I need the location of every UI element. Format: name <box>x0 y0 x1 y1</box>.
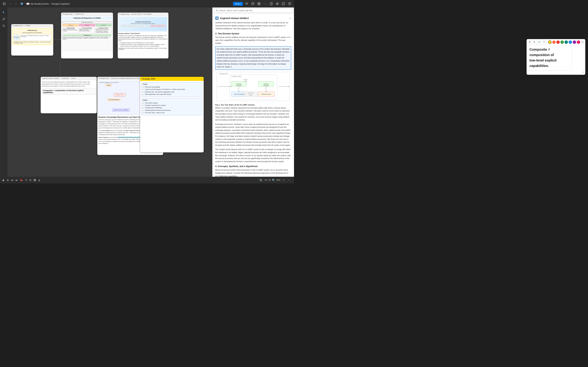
list-item-each-app: Each application has unique file design <box>145 93 201 95</box>
bottom-bar: ▶ ⏸ ⏮ ⏭ 🔖 ⏱ ⚙ 🖼 🖨 📷 15 / 79 🔍 45% ＋ － <box>0 177 294 184</box>
zoom-decrease-button[interactable]: － <box>287 178 291 182</box>
svg-rect-3 <box>252 3 254 5</box>
svg-line-20 <box>4 26 5 27</box>
forward-button[interactable]: › <box>14 1 18 6</box>
search-bar[interactable]: 🔍 <box>214 8 292 13</box>
zoom-control: 📷 15 / 79 🔍 45% ＋ － <box>259 178 291 182</box>
zoom-increase-button[interactable]: ＋ <box>282 178 286 182</box>
untitled-paradigm-card[interactable]: Paradigm-Map → Untitled Collective IQ: H… <box>11 24 53 56</box>
cards-container: Paradigm-Map → Untitled Collective IQ: H… <box>8 8 212 177</box>
book-icon: 📖 <box>26 2 30 5</box>
zoom-in-icon[interactable]: 🔍 <box>272 179 275 182</box>
human-tool-card[interactable]: Paradigm-Map → Human System / Tool Syste… <box>118 13 168 58</box>
note-para-1: synthetic extension of the natural struc… <box>215 21 291 30</box>
card-body-untitled: Collective IQ: How will people work coll… <box>11 27 53 46</box>
breadcrumb: 📖 My Reading Notes / Douglas Engelbart <box>26 2 70 5</box>
paradigm-shift-body: FROM File-level accessability Load & scr… <box>140 81 204 117</box>
svg-text:Matching: Matching <box>264 83 268 85</box>
note-icon: 📖 <box>215 17 219 20</box>
list-item-windows-tied: Windows tied - file and the application … <box>145 91 201 93</box>
card-more-icon[interactable]: ··· <box>201 78 202 80</box>
topbar-right-icons: ··· <box>244 1 292 6</box>
share-button[interactable]: Share <box>233 2 243 6</box>
card-body-composite: There are thus two separate domains of a… <box>41 80 97 96</box>
right-panel-topbar: 🔍 <box>213 8 294 14</box>
svg-rect-14 <box>282 2 285 5</box>
nav-buttons: ‹ › <box>2 1 24 6</box>
topbar: ‹ › 📖 My Reading Notes / Douglas Engelba… <box>0 0 294 8</box>
note-content[interactable]: 📖 Augment Human Intellect ▲ synthetic ex… <box>213 14 294 177</box>
list-item-one-user: One user class: "easy to use" <box>145 111 201 114</box>
svg-text:Matching: Matching <box>236 83 241 85</box>
photo-icon[interactable]: 🖼 <box>34 179 36 182</box>
hlamt-diagram: Outside World H-LAM/T System Human Proce… <box>215 71 291 102</box>
select-tool[interactable] <box>1 9 7 15</box>
breadcrumb-separator: / <box>50 2 51 5</box>
svg-text:flow: flow <box>244 81 247 82</box>
panel-toggle-icon[interactable] <box>269 1 274 6</box>
bookmark-icon[interactable]: 🔖 <box>20 179 23 182</box>
card-header-ciq: Paradigm-Map → Collective IQ <box>61 13 113 16</box>
main-area: Paradigm-Map → Untitled Collective IQ: H… <box>0 8 294 177</box>
highlighted-text-block[interactable]: the earlier statement that every composi… <box>215 46 291 70</box>
svg-rect-8 <box>259 2 260 4</box>
fig-caption: Fig.1: The Two Sides of the H-LAM/T Syst… <box>215 104 291 106</box>
canvas-area[interactable]: Paradigm-Map → Untitled Collective IQ: H… <box>8 8 212 177</box>
view-icon[interactable] <box>275 1 280 6</box>
layers-icon[interactable] <box>244 1 249 6</box>
list-item-load-scroll: Load & scroll browsing in WYSIWYG or out… <box>145 88 201 91</box>
grid-icon[interactable] <box>257 1 261 6</box>
svg-text:Artifact Processes: Artifact Processes <box>261 94 271 95</box>
list-item-isolated: Isolated passive libraries and archives <box>145 109 201 111</box>
back-button[interactable]: ‹ <box>8 1 13 6</box>
paradigm-shift-card[interactable]: Paradigm Shift ··· FROM File-level acces… <box>140 77 204 152</box>
left-toolbar <box>0 8 8 177</box>
svg-rect-2 <box>21 3 23 5</box>
list-item-function-oriented: Function-oriented tool / system <box>145 104 201 107</box>
svg-point-19 <box>3 25 4 26</box>
search-tool[interactable] <box>1 23 7 29</box>
card-body-ciq: Collective IQ Depends on CoDIAK External… <box>61 16 113 52</box>
svg-rect-10 <box>259 4 260 5</box>
svg-line-18 <box>4 18 4 19</box>
highlighted-text: the earlier statement that every composi… <box>216 48 290 68</box>
svg-rect-0 <box>3 3 6 5</box>
note-title: Augment Human Intellect <box>220 17 249 19</box>
search-icon: 🔍 <box>216 9 218 12</box>
breadcrumb-title[interactable]: My Reading Notes <box>31 2 49 5</box>
search-input[interactable] <box>219 9 291 12</box>
home-button[interactable] <box>19 1 24 6</box>
settings-icon[interactable]: ⚙ <box>29 179 32 182</box>
note-collapse-icon[interactable]: ▲ <box>289 17 291 19</box>
calendar-icon[interactable] <box>251 1 255 6</box>
note-heading-4: 4. Concepts, Symbols, and a Hypothesis <box>215 165 291 167</box>
pen-tool[interactable] <box>1 16 7 22</box>
camera-icon[interactable]: 📷 <box>259 179 262 182</box>
next-icon[interactable]: ⏭ <box>16 179 18 182</box>
card-header-composite: Augment Human Intellect → Composite → co… <box>41 77 97 80</box>
paradigm-shift-header: Paradigm Shift ··· <box>140 77 204 81</box>
composite-card[interactable]: Augment Human Intellect → Composite → co… <box>41 77 97 113</box>
list-item-file-access: File-level accessability <box>145 86 201 88</box>
para-outside: The outside world interacts with our H-L… <box>215 148 291 163</box>
right-panel: 🔍 📖 Augment Human Intellect ▲ synthetic … <box>212 8 294 177</box>
svg-text:Processes: Processes <box>263 85 269 86</box>
breadcrumb-note[interactable]: Douglas Engelbart <box>52 2 70 5</box>
timer-icon[interactable]: ⏱ <box>25 179 27 182</box>
svg-text:H-LAM/T System: H-LAM/T System <box>231 76 242 77</box>
help-icon[interactable] <box>287 1 292 6</box>
play-icon[interactable]: ▶ <box>3 179 5 182</box>
print-icon[interactable]: 🖨 <box>38 179 40 182</box>
svg-point-13 <box>277 3 278 4</box>
svg-text:Processes: Processes <box>236 85 242 86</box>
collective-iq-card[interactable]: Paradigm-Map → Collective IQ Collective … <box>61 13 113 58</box>
hlamt-diagram-container: Outside World H-LAM/T System Human Proce… <box>215 71 291 102</box>
card-header-ht: Paradigm-Map → Human System / Tool Syste… <box>118 13 168 16</box>
pause-icon[interactable]: ⏸ <box>7 179 9 182</box>
zoom-level: 45% <box>276 179 280 181</box>
svg-text:Interface: Interface <box>249 94 253 95</box>
sidebar-right-icon[interactable] <box>281 1 286 6</box>
prev-icon[interactable]: ⏮ <box>11 179 13 182</box>
more-icon[interactable]: ··· <box>263 1 268 6</box>
sidebar-toggle-button[interactable] <box>2 1 7 6</box>
